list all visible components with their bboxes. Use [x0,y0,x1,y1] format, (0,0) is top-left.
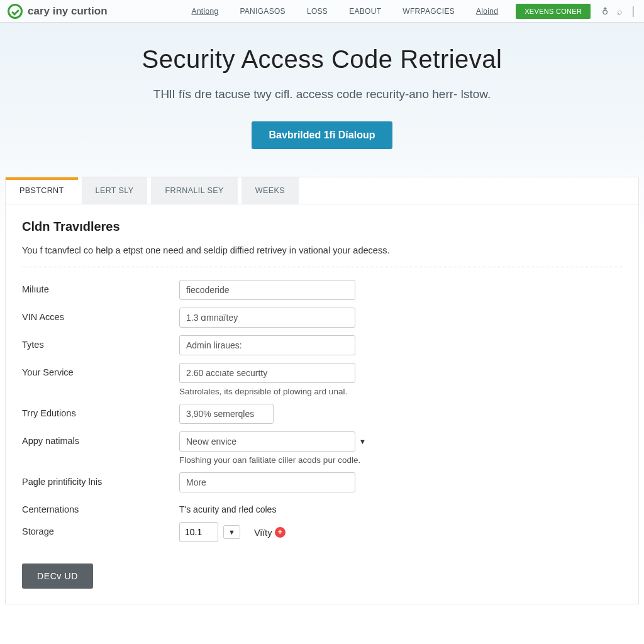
divider-icon: │ [631,6,636,16]
form-panel: Cldn Travıdleres You f tcanvfecl co help… [5,204,639,604]
label-page: Pagle printificity lnis [22,472,179,487]
help-appy: Floshing your oan falitiate ciller acods… [179,455,622,465]
hero: Security Access Code Retrieval THlI fís … [0,23,644,165]
label-types: Tytes [22,335,179,350]
select-appy[interactable] [179,431,355,452]
row-centernations: Centernations T's acurity and rled coles [22,496,622,518]
label-minute: Milıute [22,280,179,294]
row-storage: Storage ▼ Viïty + [22,518,622,546]
row-minute: Milıute [22,276,622,304]
brand[interactable]: cary iny curtion [8,4,108,19]
form: Milıute VIN Acces Tytes Your Service Sat… [22,276,622,589]
input-types[interactable] [179,335,355,355]
row-appy: Appy natimals ▼ Floshing your oan faliti… [22,428,622,469]
globe-icon[interactable]: ♁ [602,6,608,16]
top-icons: ♁ ⌕ │ [602,6,636,16]
search-icon[interactable]: ⌕ [617,6,622,16]
label-appy: Appy natimals [22,431,179,446]
top-nav: Antiong PANIGASOS LOSS EABOUT WFRPAGCIES… [192,7,499,16]
label-storage: Storage [22,522,179,536]
storage-dropdown-toggle[interactable]: ▼ [223,525,240,539]
label-vin: VIN Acces [22,308,179,322]
row-types: Tytes [22,331,622,359]
row-editions: Trry Edutions [22,400,622,428]
nav-item-3[interactable]: EABOUT [349,7,381,16]
row-service: Your Service Satırolales, its deprisible… [22,359,622,400]
submit-button[interactable]: DECv UD [22,564,93,589]
input-vin[interactable] [179,308,355,328]
storage-tag[interactable]: Viïty + [254,527,286,538]
label-centernations: Centernations [22,500,179,514]
input-service[interactable] [179,363,355,383]
hero-button[interactable]: Bavbrilded 1fi Díaloup [252,121,393,149]
input-minute[interactable] [179,280,355,300]
tab-1[interactable]: LERT SLY [82,177,148,204]
top-bar: cary iny curtion Antiong PANIGASOS LOSS … [0,0,644,23]
tab-0[interactable]: PBSTCRNT [6,177,78,204]
storage-tag-label: Viïty [254,527,272,538]
row-page: Pagle printificity lnis [22,469,622,496]
page-subtitle: THlI fís dre tacuse twy cifl. access cod… [25,87,619,101]
tabs-container: PBSTCRNT LERT SLY FRRNALIL SEY WEEKS [5,177,639,204]
check-circle-icon [8,4,23,19]
nav-item-1[interactable]: PANIGASOS [240,7,286,16]
label-editions: Trry Edutions [22,404,179,418]
brand-name: cary iny curtion [28,5,108,18]
nav-item-4[interactable]: WFRPAGCIES [402,7,455,16]
input-page[interactable] [179,472,355,492]
page-title: Security Access Code Retrieval [25,45,619,74]
panel-heading: Cldn Travıdleres [22,219,622,234]
input-editions[interactable] [179,404,274,424]
tab-2[interactable]: FRRNALIL SEY [151,177,237,204]
input-storage[interactable] [179,522,218,542]
tabs: PBSTCRNT LERT SLY FRRNALIL SEY WEEKS [6,177,638,204]
nav-item-2[interactable]: LOSS [307,7,328,16]
cta-button[interactable]: XEVENS CONER [516,4,591,19]
nav-item-0[interactable]: Antiong [192,7,219,16]
value-centernations: T's acurity and rled coles [179,500,622,514]
tab-3[interactable]: WEEKS [242,177,299,204]
row-vin: VIN Acces [22,304,622,331]
nav-item-5[interactable]: Aloind [476,7,498,16]
plus-icon: + [275,527,286,538]
panel-description: You f tcanvfecl co help a etpst one need… [22,245,622,267]
label-service: Your Service [22,363,179,377]
help-service: Satırolales, its deprisible of plowing a… [179,387,622,396]
chevron-down-icon[interactable]: ▼ [359,438,366,445]
